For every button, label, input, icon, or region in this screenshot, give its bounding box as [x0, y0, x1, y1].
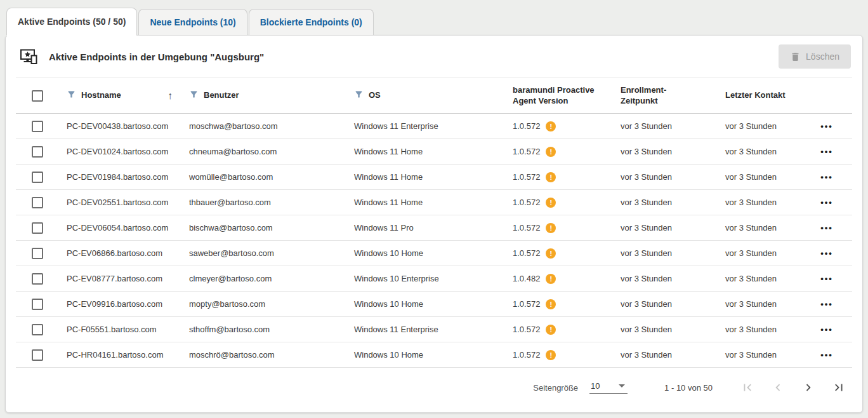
select-all-checkbox[interactable]: [32, 90, 43, 102]
tab-neue-endpoints[interactable]: Neue Endpoints (10): [138, 9, 247, 35]
os-cell: Windows 11 Home: [346, 172, 505, 182]
row-actions-menu[interactable]: •••: [820, 172, 833, 182]
enrollment-cell: vor 3 Stunden: [613, 350, 718, 360]
agent-version-value: 1.0.572: [513, 325, 540, 334]
benutzer-cell: thbauer@bartoso.com: [181, 198, 346, 207]
letzter-kontakt-cell: vor 3 Stunden: [718, 274, 801, 283]
table-row: PC-EV08777.bartoso.com clmeyer@bartoso.c…: [16, 266, 852, 292]
enrollment-cell: vor 3 Stunden: [613, 198, 718, 207]
sort-ascending-icon[interactable]: ↑: [168, 90, 173, 102]
enrollment-cell: vor 3 Stunden: [613, 223, 718, 233]
tab-aktive-endpoints[interactable]: Aktive Endpoints (50 / 50): [6, 8, 137, 35]
row-checkbox[interactable]: [32, 197, 43, 208]
hostname-cell: PC-F05551.bartoso.com: [59, 325, 181, 334]
warning-icon: !: [546, 223, 556, 233]
tab-bar: Aktive Endpoints (50 / 50) Neue Endpoint…: [0, 0, 868, 35]
letzter-kontakt-cell: vor 3 Stunden: [718, 147, 801, 156]
next-page-button[interactable]: [801, 381, 815, 394]
tab-label: Aktive Endpoints (50 / 50): [18, 17, 126, 27]
hostname-cell: PC-DEV02551.bartoso.com: [59, 198, 181, 207]
panel-header: Aktive Endpoints in der Umgebung "Augsbu…: [6, 36, 862, 78]
row-checkbox[interactable]: [32, 273, 43, 285]
hostname-cell: PC-DEV01024.bartoso.com: [59, 147, 181, 156]
letzter-kontakt-cell: vor 3 Stunden: [718, 299, 801, 309]
column-header-enrollment: Enrollment-Zeitpunkt: [621, 85, 690, 106]
enrollment-cell: vor 3 Stunden: [613, 121, 718, 131]
row-actions-menu[interactable]: •••: [820, 198, 833, 207]
previous-page-button[interactable]: [771, 381, 785, 394]
os-cell: Windows 10 Home: [346, 248, 505, 258]
table-row: PC-DEV01984.bartoso.com womülle@bartoso.…: [16, 165, 852, 190]
row-checkbox[interactable]: [32, 299, 43, 310]
agent-version-value: 1.0.572: [513, 350, 540, 360]
hostname-cell: PC-EV09916.bartoso.com: [59, 299, 181, 309]
row-checkbox[interactable]: [32, 349, 43, 361]
row-actions-menu[interactable]: •••: [820, 248, 833, 258]
agent-version-value: 1.0.572: [513, 147, 540, 156]
agent-version-value: 1.0.572: [513, 223, 540, 233]
hostname-cell: PC-HR04161.bartoso.com: [59, 350, 181, 360]
row-checkbox[interactable]: [32, 121, 43, 132]
benutzer-cell: clmeyer@bartoso.com: [181, 274, 346, 283]
benutzer-cell: bischwa@bartoso.com: [181, 223, 346, 233]
column-header-hostname[interactable]: Hostname: [81, 90, 121, 100]
first-page-button[interactable]: [740, 381, 754, 394]
endpoints-panel: Aktive Endpoints in der Umgebung "Augsbu…: [5, 35, 863, 413]
row-actions-menu[interactable]: •••: [820, 274, 833, 283]
table-row: PC-EV09916.bartoso.com mopty@bartoso.com…: [16, 292, 852, 317]
letzter-kontakt-cell: vor 3 Stunden: [718, 325, 801, 334]
row-actions-menu[interactable]: •••: [820, 299, 833, 309]
pagination-bar: Seitengröße 10 1 - 10 von 50: [6, 368, 862, 394]
hostname-filter-icon[interactable]: [67, 90, 76, 102]
row-checkbox[interactable]: [32, 172, 43, 183]
column-header-benutzer[interactable]: Benutzer: [204, 90, 239, 100]
benutzer-cell: mopty@bartoso.com: [181, 299, 346, 309]
page-size-select[interactable]: 10: [589, 381, 628, 394]
agent-version-value: 1.0.572: [513, 172, 540, 182]
agent-version-value: 1.0.572: [513, 198, 540, 207]
tab-blockierte-endpoints[interactable]: Blockierte Endpoints (0): [249, 9, 374, 35]
warning-icon: !: [546, 198, 556, 208]
pagination-nav: [740, 381, 846, 394]
hostname-cell: PC-DEV06054.bartoso.com: [59, 223, 181, 233]
enrollment-cell: vor 3 Stunden: [613, 248, 718, 258]
row-checkbox[interactable]: [32, 222, 43, 234]
benutzer-cell: saweber@bartoso.com: [181, 248, 346, 258]
table-row: PC-DEV06054.bartoso.com bischwa@bartoso.…: [16, 215, 852, 241]
row-actions-menu[interactable]: •••: [820, 147, 833, 156]
os-cell: Windows 11 Pro: [346, 223, 505, 233]
warning-icon: !: [546, 121, 556, 131]
row-checkbox[interactable]: [32, 146, 43, 158]
warning-icon: !: [546, 350, 556, 360]
enrollment-cell: vor 3 Stunden: [613, 147, 718, 156]
letzter-kontakt-cell: vor 3 Stunden: [718, 223, 801, 233]
hostname-cell: PC-EV08777.bartoso.com: [59, 274, 181, 283]
row-checkbox[interactable]: [32, 324, 43, 335]
benutzer-filter-icon[interactable]: [189, 90, 199, 102]
column-header-os[interactable]: OS: [369, 90, 381, 100]
row-actions-menu[interactable]: •••: [820, 223, 833, 233]
tab-label: Blockierte Endpoints (0): [260, 17, 362, 27]
warning-icon: !: [546, 274, 556, 284]
table-header-row: Hostname ↑ Benutzer OS baramundi Proacti…: [16, 78, 852, 114]
table-row: PC-DEV02551.bartoso.com thbauer@bartoso.…: [16, 190, 852, 215]
letzter-kontakt-cell: vor 3 Stunden: [718, 121, 801, 131]
last-page-button[interactable]: [832, 381, 846, 394]
trash-icon: [790, 51, 801, 62]
row-actions-menu[interactable]: •••: [820, 121, 833, 131]
table-row: PC-F05551.bartoso.com sthoffm@bartoso.co…: [16, 317, 852, 342]
page-title: Aktive Endpoints in der Umgebung "Augsbu…: [49, 51, 264, 62]
warning-icon: !: [546, 248, 556, 259]
row-actions-menu[interactable]: •••: [820, 325, 833, 334]
hostname-cell: PC-DEV00438.bartoso.com: [59, 121, 181, 131]
agent-version-value: 1.0.482: [513, 274, 540, 283]
os-filter-icon[interactable]: [354, 90, 364, 102]
letzter-kontakt-cell: vor 3 Stunden: [718, 350, 801, 360]
pagination-range: 1 - 10 von 50: [664, 383, 713, 393]
row-actions-menu[interactable]: •••: [820, 350, 833, 360]
os-cell: Windows 11 Enterprise: [346, 325, 505, 334]
row-checkbox[interactable]: [32, 248, 43, 259]
tab-label: Neue Endpoints (10): [150, 17, 235, 27]
os-cell: Windows 11 Home: [346, 198, 505, 207]
delete-button[interactable]: Löschen: [779, 44, 851, 69]
